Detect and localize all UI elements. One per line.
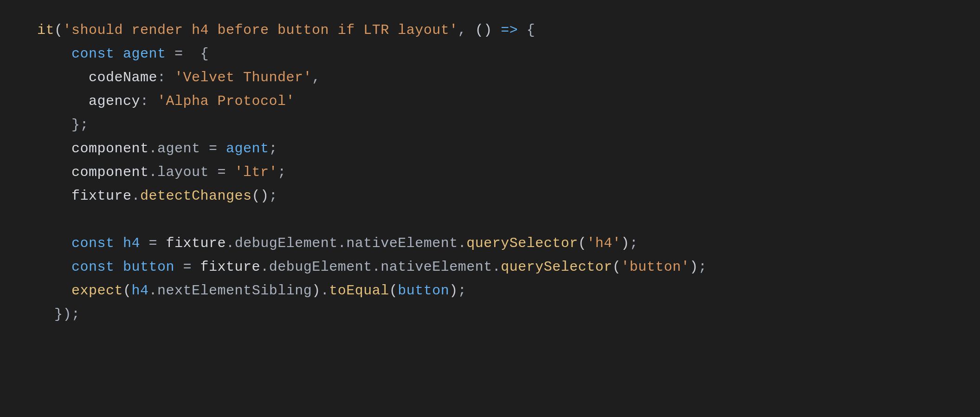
- p-nativeElement-2: nativeElement: [380, 259, 492, 275]
- ref-agent: agent: [226, 141, 269, 156]
- prop-codeName: codeName: [89, 70, 157, 85]
- p-debugElement-2: debugElement: [269, 259, 372, 275]
- var-button: button: [123, 259, 174, 275]
- ref-h4: h4: [132, 283, 149, 299]
- kw-const: const: [71, 46, 115, 62]
- p-nextElementSibling: nextElementSibling: [157, 283, 312, 299]
- id-component-1: component: [71, 141, 149, 156]
- str-velvet: 'Velvet Thunder': [174, 70, 312, 85]
- test-name-string: 'should render h4 before button if LTR l…: [63, 22, 458, 38]
- code-block: it('should render h4 before button if LT…: [0, 0, 980, 345]
- arrow: =>: [501, 22, 518, 38]
- p-debugElement-1: debugElement: [235, 235, 338, 251]
- fn-it: it: [37, 22, 54, 38]
- prop-agent: agent: [157, 141, 200, 156]
- var-h4: h4: [123, 235, 140, 251]
- str-button: 'button': [621, 259, 690, 275]
- kw-const-2: const: [71, 235, 115, 251]
- m-querySelector-2: querySelector: [501, 259, 612, 275]
- fn-expect: expect: [71, 283, 123, 299]
- id-fixture-3: fixture: [200, 259, 261, 275]
- m-toEqual: toEqual: [329, 283, 389, 299]
- var-agent: agent: [123, 46, 166, 62]
- kw-const-3: const: [71, 259, 115, 275]
- prop-layout: layout: [157, 164, 209, 180]
- p-nativeElement-1: nativeElement: [346, 235, 458, 251]
- ref-button: button: [398, 283, 449, 299]
- prop-agency: agency: [89, 93, 140, 109]
- str-ltr: 'ltr': [235, 164, 278, 180]
- id-fixture-2: fixture: [166, 235, 226, 251]
- str-alpha: 'Alpha Protocol': [157, 93, 295, 109]
- id-fixture-1: fixture: [71, 188, 132, 204]
- m-querySelector-1: querySelector: [466, 235, 578, 251]
- str-h4: 'h4': [587, 235, 621, 251]
- id-component-2: component: [71, 164, 149, 180]
- m-detectChanges: detectChanges: [140, 188, 252, 204]
